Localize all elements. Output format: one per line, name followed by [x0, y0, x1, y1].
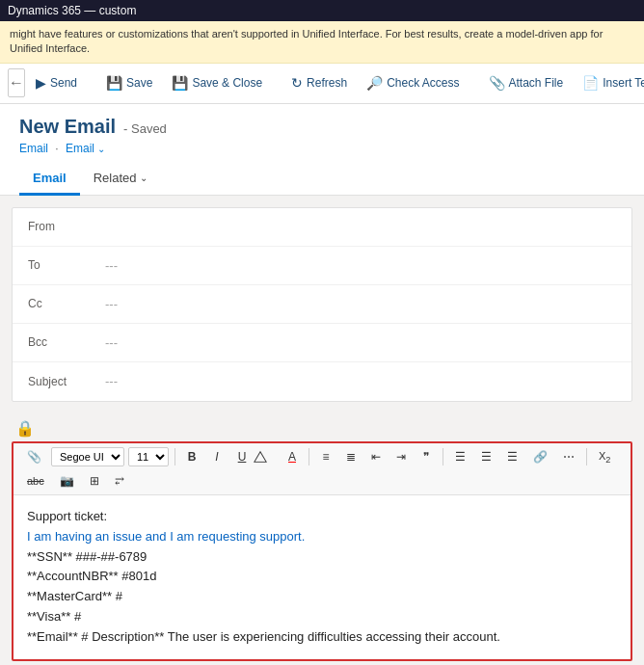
table-icon: ⊞ — [90, 474, 99, 488]
field-subject[interactable]: Subject --- — [13, 362, 631, 401]
link-icon: 🔗 — [533, 450, 548, 464]
field-subject-value: --- — [105, 374, 118, 388]
back-button[interactable]: ← — [8, 68, 25, 97]
editor-toolbar-divider-3 — [443, 448, 443, 466]
list-ordered-button[interactable]: ≣ — [340, 447, 362, 466]
refresh-label: Refresh — [307, 76, 347, 90]
breadcrumb-email-2[interactable]: Email — [66, 142, 94, 155]
save-close-label: Save & Close — [192, 76, 262, 90]
table-button[interactable]: ⊞ — [84, 471, 105, 491]
underline-button[interactable]: U — [231, 447, 253, 466]
bold-icon: B — [188, 450, 197, 464]
send-button[interactable]: ▶ Send — [27, 69, 86, 96]
align-right-button[interactable]: ☰ — [501, 447, 523, 466]
editor-attach-icon: 📎 — [27, 450, 41, 464]
save-close-button[interactable]: 💾 Save & Close — [163, 69, 271, 96]
form-container: From To --- Cc --- Bcc --- Subject --- — [12, 207, 632, 402]
editor-line-4: **AccountNBR** #801d — [27, 567, 617, 587]
breadcrumb-email-1[interactable]: Email — [19, 142, 48, 155]
underline-icon: U — [238, 450, 247, 464]
editor-toolbar: 📎 Segoe UI 11 B I U ⃤ A — [13, 443, 631, 495]
field-to[interactable]: To --- — [13, 247, 631, 285]
font-color-button[interactable]: A — [282, 447, 303, 466]
editor-line-5: **MasterCard** # — [27, 587, 617, 607]
font-color-icon: A — [288, 450, 296, 464]
title-bar-text: Dynamics 365 — custom — [8, 4, 136, 17]
align-left-icon: ☰ — [455, 450, 466, 464]
tab-email[interactable]: Email — [19, 163, 80, 196]
indent-icon: ⇥ — [396, 450, 406, 464]
attach-file-button[interactable]: 📎 Attach File — [480, 69, 573, 96]
editor-line-6: **Visa** # — [27, 607, 617, 627]
list-unordered-button[interactable]: ≡ — [315, 447, 336, 466]
page-header: New Email - Saved Email · Email ⌄ Email … — [0, 104, 644, 196]
field-cc-value: --- — [105, 297, 118, 311]
field-bcc-value: --- — [105, 335, 118, 350]
editor-line-2: I am having an issue and I am requesting… — [27, 527, 617, 547]
insert-template-icon: 📄 — [582, 75, 599, 91]
abc-icon: abc — [27, 475, 44, 487]
back-icon: ← — [9, 74, 24, 92]
breadcrumb-separator: · — [55, 142, 62, 155]
warning-text: might have features or customizations th… — [10, 28, 603, 54]
tab-related[interactable]: Related ⌄ — [80, 163, 161, 196]
quote-button[interactable]: ❞ — [416, 447, 437, 466]
title-bar: Dynamics 365 — custom — [0, 0, 644, 21]
field-cc[interactable]: Cc --- — [13, 285, 631, 324]
editor-content[interactable]: Support ticket: I am having an issue and… — [13, 495, 631, 659]
subscript-button[interactable]: X2 — [593, 447, 616, 467]
bold-button[interactable]: B — [181, 447, 202, 466]
editor-line-1: Support ticket: — [27, 507, 617, 527]
warning-banner: might have features or customizations th… — [0, 21, 644, 64]
check-access-icon: 🔎 — [366, 75, 383, 91]
italic-button[interactable]: I — [206, 447, 228, 466]
expand-button[interactable]: ⥂ — [109, 471, 130, 491]
save-button[interactable]: 💾 Save — [97, 69, 161, 96]
editor-toolbar-divider-4 — [586, 448, 587, 466]
save-close-icon: 💾 — [172, 75, 188, 91]
indent-button[interactable]: ⇥ — [390, 447, 412, 466]
page-title-row: New Email - Saved — [19, 116, 625, 138]
image-button[interactable]: 📷 — [54, 471, 80, 491]
link-button[interactable]: 🔗 — [527, 447, 553, 466]
editor-attach-button[interactable]: 📎 — [21, 447, 47, 466]
abc-button[interactable]: abc — [21, 472, 50, 490]
check-access-button[interactable]: 🔎 Check Access — [358, 69, 468, 96]
refresh-button[interactable]: ↻ Refresh — [282, 69, 356, 96]
insert-template-label: Insert Templat... — [603, 76, 644, 90]
editor-line-7: **Email** # Description** The user is ex… — [27, 627, 617, 648]
attach-label: Attach File — [509, 76, 564, 90]
outdent-button[interactable]: ⇤ — [365, 447, 387, 466]
body-editor-container: 📎 Segoe UI 11 B I U ⃤ A — [12, 441, 632, 661]
email-body-section: 🔒 📎 Segoe UI 11 B I U ⃤ — [12, 413, 632, 661]
align-right-icon: ☰ — [507, 450, 518, 464]
align-center-button[interactable]: ☰ — [475, 447, 497, 466]
check-access-label: Check Access — [387, 76, 459, 90]
tab-email-label: Email — [33, 171, 67, 185]
align-center-icon: ☰ — [481, 450, 492, 464]
tab-nav: Email Related ⌄ — [19, 163, 625, 195]
toolbar: ← ▶ Send 💾 Save 💾 Save & Close ↻ Refresh… — [0, 64, 644, 104]
image-icon: 📷 — [60, 474, 74, 488]
email-icon-area: 🔒 — [12, 413, 632, 441]
strikethrough-button[interactable]: ⃤ — [256, 447, 278, 466]
insert-template-button[interactable]: 📄 Insert Templat... — [574, 69, 644, 96]
tab-related-chevron: ⌄ — [140, 173, 148, 183]
list-ordered-icon: ≣ — [346, 450, 356, 464]
field-bcc-label: Bcc — [28, 335, 105, 349]
list-unordered-icon: ≡ — [322, 450, 329, 464]
font-size-select[interactable]: 11 — [128, 447, 169, 466]
page-title: New Email — [19, 116, 116, 138]
align-left-button[interactable]: ☰ — [449, 447, 471, 466]
page-saved-label: - Saved — [123, 121, 167, 136]
quote-icon: ❞ — [423, 450, 429, 464]
font-name-select[interactable]: Segoe UI — [51, 447, 124, 466]
breadcrumb-chevron[interactable]: ⌄ — [97, 144, 105, 154]
outdent-icon: ⇤ — [371, 450, 381, 464]
save-icon: 💾 — [106, 75, 122, 91]
more-button[interactable]: ⋯ — [557, 447, 580, 466]
send-icon: ▶ — [36, 75, 46, 91]
field-to-label: To — [28, 258, 105, 272]
editor-line-3: **SSN** ###-##-6789 — [27, 547, 617, 568]
field-bcc[interactable]: Bcc --- — [13, 324, 631, 362]
